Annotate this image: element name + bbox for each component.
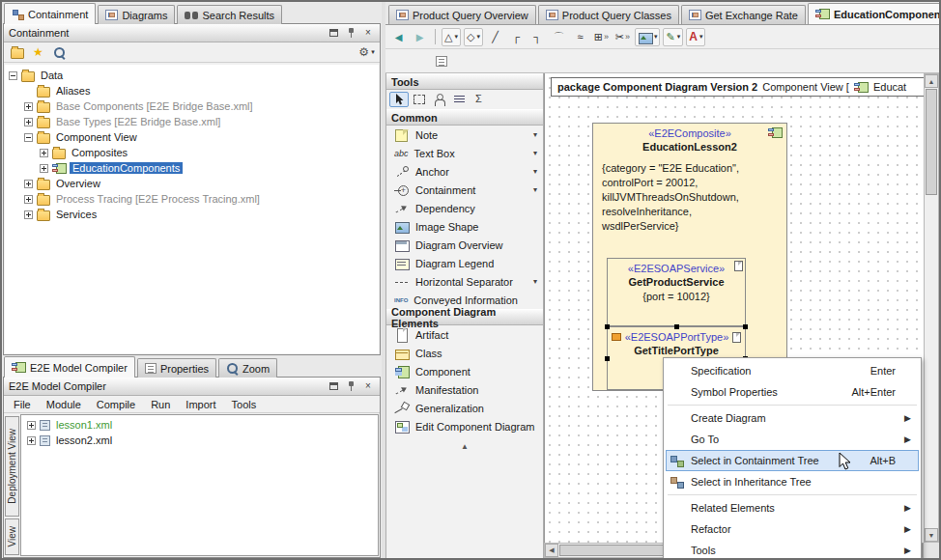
palette-item-class[interactable]: Class xyxy=(386,344,543,362)
chevron-down-icon[interactable]: ▾ xyxy=(533,130,537,139)
search-button[interactable] xyxy=(50,43,69,62)
sum-tool-button[interactable] xyxy=(470,92,490,107)
tree-item-base-types[interactable]: Base Types [E2E Bridge Base.xml] xyxy=(5,114,379,129)
tab-product-query-classes[interactable]: Product Query Classes xyxy=(538,5,679,24)
curve-path-button[interactable]: ⌒ xyxy=(550,28,568,46)
tree-item-component-view[interactable]: Component View xyxy=(5,129,379,145)
menu-item-specification[interactable]: Specification Enter xyxy=(666,360,919,381)
tab-educationcomponent[interactable]: EducationComponent xyxy=(808,3,941,24)
align-tool-button[interactable] xyxy=(450,92,470,107)
expand-icon[interactable] xyxy=(24,180,33,188)
tab-containment[interactable]: Containment xyxy=(4,3,96,24)
highlighter-button[interactable]: ✎▾ xyxy=(663,28,683,46)
spline-path-button[interactable]: ≈ xyxy=(571,28,589,46)
pin-button[interactable] xyxy=(344,26,357,40)
pin-button[interactable] xyxy=(344,379,357,393)
menu-item-select-in-inheritance-tree[interactable]: Select in Inheritance Tree xyxy=(666,471,919,492)
tab-product-query-overview[interactable]: Product Query Overview xyxy=(388,5,536,24)
menu-tools[interactable]: Tools xyxy=(224,397,265,412)
tree-item-data[interactable]: Data xyxy=(5,68,379,83)
menu-module[interactable]: Module xyxy=(39,397,89,412)
palette-tools-header[interactable]: Tools xyxy=(386,73,543,90)
palette-item-anchor[interactable]: Anchor ▾ xyxy=(386,162,543,181)
chevron-down-icon[interactable]: ▾ xyxy=(533,149,537,157)
close-panel-button[interactable]: × xyxy=(361,379,375,393)
vertical-scroll-thumb[interactable] xyxy=(926,89,937,195)
expand-icon[interactable] xyxy=(40,164,48,173)
collapse-icon[interactable] xyxy=(9,71,17,80)
tree-item-aliases[interactable]: Aliases xyxy=(5,83,379,98)
menu-item-create-diagram[interactable]: Create Diagram ▶ xyxy=(666,407,919,429)
tree-item-services[interactable]: Services xyxy=(5,207,379,222)
chevron-down-icon[interactable]: ▾ xyxy=(533,277,537,286)
quick-layout-button[interactable]: △▾ xyxy=(442,28,461,46)
palette-collapse-button[interactable]: ▲ xyxy=(386,439,543,453)
selection-handle[interactable] xyxy=(605,324,610,329)
open-project-button[interactable] xyxy=(8,43,26,62)
tree-item-base-components[interactable]: Base Components [E2E Bridge Base.xml] xyxy=(5,98,379,114)
back-button[interactable]: ◀ xyxy=(389,28,408,46)
selection-handle[interactable] xyxy=(605,356,610,361)
menu-item-symbol-properties[interactable]: Symbol Properties Alt+Enter xyxy=(666,381,919,403)
swimlane-tool-button[interactable] xyxy=(430,92,449,107)
cut-tool-button[interactable]: ✂» xyxy=(613,28,632,46)
oblique-path-button[interactable]: ╱ xyxy=(486,28,504,46)
expand-icon[interactable] xyxy=(24,102,33,111)
palette-item-manifestation[interactable]: Manifestation xyxy=(386,380,543,399)
palette-item-dependency[interactable]: Dependency xyxy=(386,199,543,217)
palette-item-diagram-legend[interactable]: Diagram Legend xyxy=(386,254,543,272)
menu-item-select-in-containment-tree[interactable]: Select in Containment Tree Alt+B xyxy=(666,450,919,471)
toolbar-overflow-button[interactable] xyxy=(432,52,450,70)
palette-common-header[interactable]: Common xyxy=(386,109,543,126)
tree-item-process-tracing[interactable]: Process Tracing [E2E Process Tracing.xml… xyxy=(5,191,379,207)
palette-item-containment[interactable]: Containment ▾ xyxy=(386,181,543,199)
side-tab-deployment-view[interactable]: Deployment View xyxy=(5,416,19,517)
expand-icon[interactable] xyxy=(27,436,36,445)
composite-educationlesson2[interactable]: «E2EComposite» EducationLesson2 {categor… xyxy=(592,123,787,391)
float-window-button[interactable] xyxy=(327,379,340,393)
bezier-path-button[interactable]: ┐ xyxy=(528,28,547,46)
palette-item-text-box[interactable]: abc Text Box ▾ xyxy=(386,144,543,162)
tab-properties[interactable]: Properties xyxy=(137,358,216,378)
scroll-up-button[interactable]: ▲ xyxy=(925,74,938,88)
palette-item-edit-component-diagram[interactable]: Edit Component Diagram xyxy=(386,417,543,435)
menu-run[interactable]: Run xyxy=(143,397,178,412)
menu-item-tools[interactable]: Tools ▶ xyxy=(666,540,919,560)
favorites-button[interactable]: ★ xyxy=(29,43,47,62)
palette-item-diagram-overview[interactable]: Diagram Overview xyxy=(386,236,543,254)
menu-import[interactable]: Import xyxy=(178,397,223,412)
expand-icon[interactable] xyxy=(24,118,33,126)
side-tab-view[interactable]: View xyxy=(5,518,19,555)
tree-item-lesson2[interactable]: lesson2.xml xyxy=(21,433,378,448)
expand-icon[interactable] xyxy=(27,421,36,430)
chevron-down-icon[interactable]: ▾ xyxy=(533,185,537,194)
menu-compile[interactable]: Compile xyxy=(89,397,143,412)
tab-get-exchange-rate[interactable]: Get Exchange Rate xyxy=(681,5,806,24)
visual-style-button[interactable]: ▾ xyxy=(635,28,661,46)
menu-item-related-elements[interactable]: Related Elements ▶ xyxy=(666,497,919,518)
menu-item-go-to[interactable]: Go To ▶ xyxy=(666,429,919,450)
expand-icon[interactable] xyxy=(24,195,33,204)
expand-icon[interactable] xyxy=(40,149,48,157)
scroll-down-button[interactable]: ▼ xyxy=(925,528,938,542)
palette-item-component[interactable]: Component xyxy=(386,362,543,380)
menu-file[interactable]: File xyxy=(6,397,39,412)
select-tool-button[interactable] xyxy=(389,92,409,107)
forward-button[interactable]: ▶ xyxy=(411,28,429,46)
tree-item-composites[interactable]: Composites xyxy=(5,145,379,160)
collapse-icon[interactable] xyxy=(24,133,33,142)
selection-handle[interactable] xyxy=(674,324,679,329)
tab-search-results[interactable]: Search Results xyxy=(177,5,282,24)
float-window-button[interactable] xyxy=(327,26,340,40)
selection-handle[interactable] xyxy=(743,324,748,329)
settings-button[interactable]: ⚙▾ xyxy=(357,43,376,62)
marquee-tool-button[interactable] xyxy=(410,92,429,107)
tree-item-lesson1[interactable]: lesson1.xml xyxy=(21,417,378,433)
palette-item-note[interactable]: Note ▾ xyxy=(386,126,543,144)
service-getproductservice[interactable]: «E2ESOAPService» GetProductService {port… xyxy=(607,258,746,326)
tree-item-overview[interactable]: Overview xyxy=(5,176,379,191)
menu-item-refactor[interactable]: Refactor ▶ xyxy=(666,518,919,540)
shapes-button[interactable]: ◇▾ xyxy=(464,28,483,46)
palette-item-horizontal-separator[interactable]: Horizontal Separator ▾ xyxy=(386,272,543,291)
palette-item-generalization[interactable]: Generalization xyxy=(386,399,543,417)
